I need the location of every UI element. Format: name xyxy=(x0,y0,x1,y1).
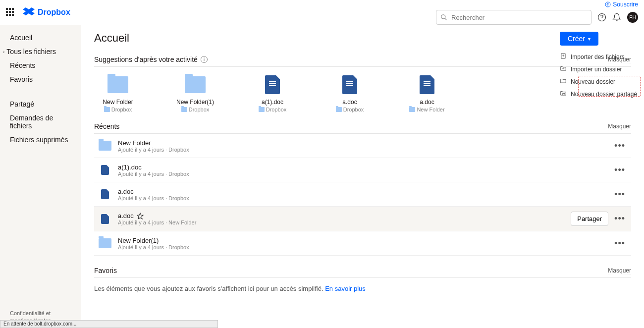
mini-folder-icon xyxy=(181,107,187,112)
word-doc-icon xyxy=(101,165,109,175)
action-label: Importer des fichiers xyxy=(571,54,625,60)
suggestion-name: New Folder(1) xyxy=(176,99,214,106)
hide-recents[interactable]: Masquer xyxy=(608,123,631,130)
suggestion-item[interactable]: a(1).doc Dropbox xyxy=(249,75,296,112)
word-doc-icon xyxy=(265,75,280,94)
right-action-panel: Créer ▾ Importer des fichiersImporter un… xyxy=(560,32,640,100)
sidebar-item-recents[interactable]: Récents xyxy=(0,58,81,72)
suggestion-location: Dropbox xyxy=(104,107,132,112)
upload-folder-icon xyxy=(560,65,567,73)
sidebar-item-partage[interactable]: Partagé xyxy=(0,97,81,111)
word-doc-icon xyxy=(420,75,434,94)
favorites-empty-text: Les éléments que vous ajoutez aux favori… xyxy=(94,285,325,292)
share-button[interactable]: Partager xyxy=(571,212,608,226)
recent-meta: Ajouté il y a 4 jours · Dropbox xyxy=(118,147,612,153)
main-content: Accueil Suggestions d'après votre activi… xyxy=(81,25,644,328)
chevron-right-icon: › xyxy=(3,49,4,55)
sidebar-item-accueil[interactable]: Accueil xyxy=(0,31,81,45)
favorites-learn-more-link[interactable]: En savoir plus xyxy=(325,285,366,292)
recent-meta: Ajouté il y a 4 jours · Dropbox xyxy=(118,244,612,250)
sidebar-item-demandes[interactable]: Demandes de fichiers xyxy=(0,111,81,133)
recent-meta: Ajouté il y a 4 jours · Dropbox xyxy=(118,195,612,201)
recents-header: Récents Masquer xyxy=(94,122,631,134)
word-doc-icon xyxy=(101,214,109,224)
folder-icon xyxy=(560,77,567,86)
sidebar-item-supprimes[interactable]: Fichiers supprimés xyxy=(0,133,81,147)
mini-folder-icon xyxy=(409,107,415,112)
mini-folder-icon xyxy=(336,107,342,112)
action-label: Nouveau dossier xyxy=(571,78,615,85)
recents-list: New Folder Ajouté il y a 4 jours · Dropb… xyxy=(94,134,631,256)
recent-name: New Folder xyxy=(118,139,612,147)
action-label: Importer un dossier xyxy=(571,66,622,73)
more-icon[interactable]: ••• xyxy=(612,189,627,200)
subscribe-label: Souscrire xyxy=(613,1,638,8)
recent-meta: Ajouté il y a 4 jours · Dropbox xyxy=(118,171,612,177)
recent-row[interactable]: a(1).doc Ajouté il y a 4 jours · Dropbox… xyxy=(94,158,631,182)
search-input-wrapper[interactable] xyxy=(436,10,591,25)
action-label: Nouveau dossier partagé xyxy=(571,91,637,98)
folder-icon xyxy=(185,76,206,93)
recent-name: New Folder(1) xyxy=(118,237,612,244)
favorites-title: Favoris xyxy=(94,267,117,274)
recent-name: a.doc xyxy=(118,212,571,219)
apps-grid-icon[interactable] xyxy=(6,8,15,17)
upload-file-icon xyxy=(560,53,567,61)
word-doc-icon xyxy=(342,75,357,94)
recent-row[interactable]: a.doc Ajouté il y a 4 jours · New Folder… xyxy=(94,207,631,231)
folder-icon xyxy=(99,141,111,151)
sidebar: Accueil › Tous les fichiers Récents Favo… xyxy=(0,25,81,328)
help-icon[interactable] xyxy=(597,13,606,22)
dropbox-logo[interactable]: Dropbox xyxy=(23,7,70,17)
dropbox-icon xyxy=(23,7,35,17)
word-doc-icon xyxy=(101,189,109,199)
suggestion-location: Dropbox xyxy=(259,107,287,112)
page-title: Accueil xyxy=(94,32,631,45)
suggestions-header: Suggestions d'après votre activité i Mas… xyxy=(94,55,631,67)
upgrade-icon xyxy=(605,1,611,7)
shared-folder-icon xyxy=(560,90,567,98)
search-icon xyxy=(440,14,447,21)
svg-line-2 xyxy=(445,18,447,20)
suggestion-item[interactable]: a.doc Dropbox xyxy=(326,75,374,112)
more-icon[interactable]: ••• xyxy=(612,141,627,151)
more-icon[interactable]: ••• xyxy=(612,165,627,175)
right-action-folder[interactable]: Nouveau dossier xyxy=(560,75,640,88)
search-input[interactable] xyxy=(451,14,587,21)
folder-icon xyxy=(107,76,128,93)
mini-folder-icon xyxy=(259,107,265,112)
brand-name: Dropbox xyxy=(38,8,70,17)
suggestion-item[interactable]: New Folder Dropbox xyxy=(94,75,142,112)
star-icon[interactable] xyxy=(137,213,144,219)
more-icon[interactable]: ••• xyxy=(612,214,627,224)
suggestion-item[interactable]: a.doc New Folder xyxy=(403,75,451,112)
svg-point-6 xyxy=(562,93,563,94)
subscribe-link[interactable]: Souscrire xyxy=(605,0,638,10)
suggestion-name: a.doc xyxy=(420,99,434,106)
sidebar-item-favoris[interactable]: Favoris xyxy=(0,72,81,86)
more-icon[interactable]: ••• xyxy=(612,238,627,249)
favorites-empty: Les éléments que vous ajoutez aux favori… xyxy=(94,278,631,299)
suggestion-name: New Folder xyxy=(103,99,133,106)
top-bar: Dropbox Souscrire FH xyxy=(0,0,644,25)
suggestions-row: New Folder Dropbox New Folder(1) Dropbox… xyxy=(94,67,631,122)
sidebar-item-tous-les-fichiers[interactable]: › Tous les fichiers xyxy=(0,45,81,58)
mini-folder-icon xyxy=(104,107,110,112)
suggestion-name: a.doc xyxy=(342,99,357,106)
right-action-upload-file[interactable]: Importer des fichiers xyxy=(560,51,640,63)
recent-row[interactable]: New Folder(1) Ajouté il y a 4 jours · Dr… xyxy=(94,231,631,256)
info-icon[interactable]: i xyxy=(201,56,208,63)
recent-meta: Ajouté il y a 4 jours · New Folder xyxy=(118,219,571,225)
recent-row[interactable]: a.doc Ajouté il y a 4 jours · Dropbox ••… xyxy=(94,182,631,207)
right-action-shared-folder[interactable]: Nouveau dossier partagé xyxy=(560,88,640,100)
hide-favorites[interactable]: Masquer xyxy=(608,267,631,274)
sidebar-item-label: Tous les fichiers xyxy=(6,48,56,55)
chevron-down-icon: ▾ xyxy=(588,36,590,42)
bell-icon[interactable] xyxy=(612,13,621,22)
avatar[interactable]: FH xyxy=(627,12,638,23)
right-action-upload-folder[interactable]: Importer un dossier xyxy=(560,63,640,75)
create-button[interactable]: Créer ▾ xyxy=(560,32,598,46)
recent-row[interactable]: New Folder Ajouté il y a 4 jours · Dropb… xyxy=(94,134,631,158)
suggestion-item[interactable]: New Folder(1) Dropbox xyxy=(171,75,219,112)
suggestion-location: New Folder xyxy=(409,107,444,112)
